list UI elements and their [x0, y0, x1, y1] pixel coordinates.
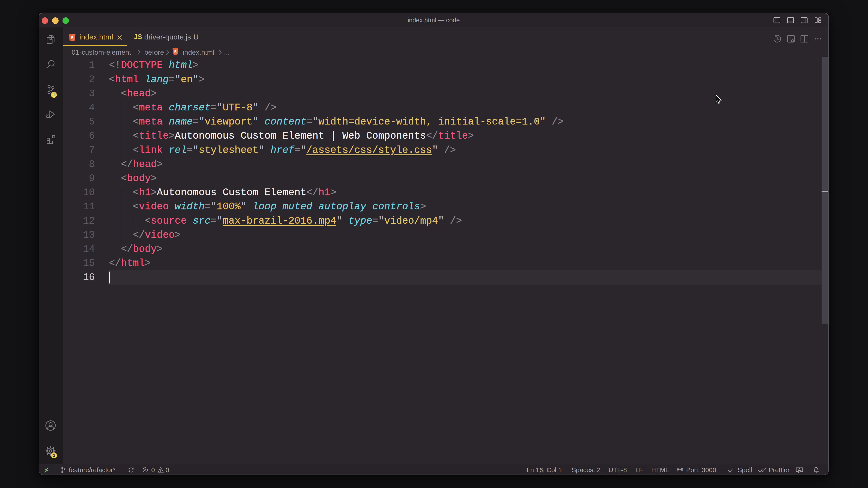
svg-text:5: 5 — [174, 50, 177, 54]
svg-text:5: 5 — [71, 35, 73, 40]
